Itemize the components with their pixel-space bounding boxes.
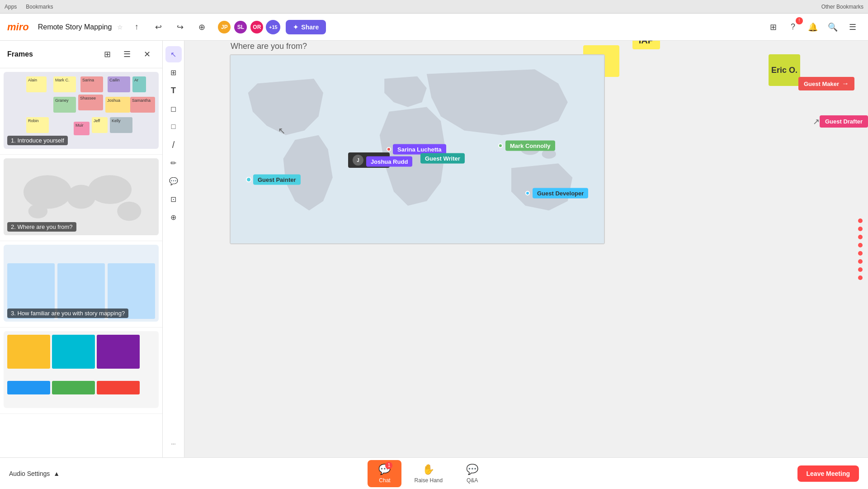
avatar-group: JP SL OR +15 bbox=[217, 20, 280, 34]
upload-button[interactable]: ↑ bbox=[128, 19, 145, 35]
frame-thumb-4 bbox=[4, 331, 159, 408]
sticky-shassee: Shassee bbox=[78, 95, 103, 110]
nav-dot-5 bbox=[858, 251, 863, 256]
sticky-ar: Ar bbox=[132, 76, 146, 92]
browser-bar: Apps Bookmarks Other Bookmarks bbox=[0, 0, 868, 14]
other-bookmarks-label: Other Bookmarks bbox=[821, 4, 863, 10]
help-button[interactable]: ? ! bbox=[785, 19, 801, 35]
svg-point-4 bbox=[28, 204, 48, 218]
map-frame: Where are you from? bbox=[230, 54, 605, 244]
frame-item-4[interactable] bbox=[0, 328, 162, 414]
guest-maker-container: Guest Maker → bbox=[798, 77, 854, 90]
nav-dot-7 bbox=[858, 267, 863, 272]
cursor-tool[interactable]: ↖ bbox=[165, 46, 182, 62]
frame-thumb-3: 3. How familiar are you with story mappi… bbox=[4, 245, 159, 322]
leave-meeting-button[interactable]: Leave Meeting bbox=[797, 465, 859, 482]
grid-view-button[interactable]: ⊞ bbox=[99, 46, 115, 62]
apps-label: Apps bbox=[5, 4, 17, 10]
frame-2-label: 2. Where are you from? bbox=[7, 222, 76, 232]
sticky-tool[interactable]: ◻ bbox=[165, 100, 182, 117]
guest-writer-label: Guest Writer bbox=[420, 153, 465, 164]
audio-label: Audio Settings bbox=[9, 470, 50, 477]
cursor-indicator: ↗ bbox=[813, 117, 820, 127]
shapes-tool[interactable]: □ bbox=[165, 119, 182, 135]
sticky-graney: Graney bbox=[53, 97, 76, 113]
color-block-purple bbox=[97, 335, 140, 369]
color-block-blue1 bbox=[7, 381, 50, 394]
share-label: Share bbox=[301, 24, 319, 31]
search-button[interactable]: 🔍 bbox=[825, 19, 841, 35]
sticky-robin: Robin bbox=[26, 117, 49, 133]
world-map: Guest Painter J Joshua bbox=[231, 55, 604, 243]
guest-painter-pin bbox=[246, 177, 251, 182]
frame-1-label: 1. Introduce yourself bbox=[7, 136, 68, 145]
header: miro Remote Story Mapping ☆ ↑ ↩ ↪ ⊕ JP S… bbox=[0, 14, 868, 41]
qa-button[interactable]: 💬 Q&A bbox=[455, 460, 489, 487]
color-block-yellow bbox=[7, 335, 50, 369]
raise-hand-label: Raise Hand bbox=[414, 477, 443, 484]
sticky-samantha: Samantha bbox=[130, 97, 155, 113]
raise-hand-button[interactable]: ✋ Raise Hand bbox=[403, 460, 453, 487]
upload-tool[interactable]: ⊕ bbox=[165, 209, 182, 225]
guest-maker-label: Guest Maker → bbox=[798, 77, 854, 90]
guest-dev-label: Guest Developer bbox=[533, 188, 588, 199]
frame-item-1[interactable]: Alain Mark C. Sarina Cailin Ar Graney Sh… bbox=[0, 68, 162, 155]
avatar-jp: JP bbox=[217, 20, 231, 34]
frame-item-2[interactable]: 2. Where are you from? bbox=[0, 155, 162, 241]
eric-o-container: Eric O. bbox=[769, 54, 800, 86]
mark-pin bbox=[498, 143, 503, 148]
draw-tool[interactable]: ✏ bbox=[165, 155, 182, 171]
share-button[interactable]: ✦ Share bbox=[286, 20, 326, 34]
sticky-muir: Muir bbox=[74, 122, 90, 135]
joshua-avatar: J bbox=[353, 155, 363, 166]
guest-dev-pin bbox=[525, 191, 530, 195]
frames-header: Frames ⊞ ☰ ✕ bbox=[0, 41, 162, 68]
sticky-mark-c: Mark C. bbox=[53, 76, 76, 92]
canvas-area[interactable]: IAP Eric O. Guest Maker → Guest Drafter … bbox=[184, 41, 868, 457]
svg-point-3 bbox=[117, 202, 141, 221]
sticky-kelly: Kelly bbox=[110, 117, 132, 133]
frames-tool[interactable]: ⊞ bbox=[165, 64, 182, 81]
frame-item-3[interactable]: 3. How familiar are you with story mappi… bbox=[0, 241, 162, 328]
app-container: miro Remote Story Mapping ☆ ↑ ↩ ↪ ⊕ JP S… bbox=[0, 14, 868, 489]
cursor-tool-header[interactable]: ⊕ bbox=[193, 19, 210, 35]
more-tools[interactable]: ··· bbox=[165, 436, 182, 452]
sticky-joshua: Joshua bbox=[105, 97, 130, 113]
mark-connolly-label: Mark Connolly bbox=[505, 141, 555, 151]
frame-3-label: 3. How familiar are you with story mappi… bbox=[7, 309, 128, 318]
sticky-cailin: Cailin bbox=[108, 76, 130, 92]
iap-sticky: IAP bbox=[632, 41, 660, 49]
close-frames-button[interactable]: ✕ bbox=[139, 46, 155, 62]
nav-dot-1 bbox=[858, 218, 863, 223]
nav-dot-2 bbox=[858, 227, 863, 231]
pen-tool[interactable]: / bbox=[165, 137, 182, 153]
audio-settings[interactable]: Audio Settings ▲ bbox=[9, 470, 60, 477]
chat-label: Chat bbox=[379, 477, 390, 484]
undo-button[interactable]: ↩ bbox=[150, 19, 166, 35]
iap-sticky-container: IAP bbox=[632, 41, 660, 49]
bookmarks-label: Bookmarks bbox=[26, 4, 53, 10]
text-tool[interactable]: T bbox=[165, 82, 182, 99]
sarina-pin bbox=[387, 147, 391, 152]
star-icon[interactable]: ☆ bbox=[117, 24, 123, 31]
miro-logo: miro bbox=[7, 21, 29, 33]
guest-drafter-container: Guest Drafter ↗ bbox=[820, 115, 868, 128]
share-icon: ✦ bbox=[293, 24, 298, 31]
comment-tool[interactable]: 💬 bbox=[165, 173, 182, 189]
guest-painter-label: Guest Painter bbox=[253, 175, 301, 185]
logo-area: miro bbox=[7, 21, 29, 33]
analytics-button[interactable]: ⊞ bbox=[765, 19, 781, 35]
arrow-icon: → bbox=[842, 80, 849, 88]
nav-dot-6 bbox=[858, 259, 863, 264]
color-block-cyan bbox=[52, 335, 95, 369]
chat-icon-wrapper: 💬 1 bbox=[378, 464, 391, 475]
transform-tool[interactable]: ⊡ bbox=[165, 191, 182, 207]
chat-button[interactable]: 💬 1 Chat bbox=[368, 460, 401, 487]
frames-menu-button[interactable]: ☰ bbox=[119, 46, 135, 62]
notifications-button[interactable]: 🔔 bbox=[805, 19, 821, 35]
sticky-jeff: Jeff bbox=[92, 117, 108, 133]
menu-button[interactable]: ☰ bbox=[844, 19, 861, 35]
redo-button[interactable]: ↪ bbox=[172, 19, 188, 35]
plus-badge[interactable]: +15 bbox=[266, 20, 280, 34]
frame-thumb-2: 2. Where are you from? bbox=[4, 158, 159, 235]
